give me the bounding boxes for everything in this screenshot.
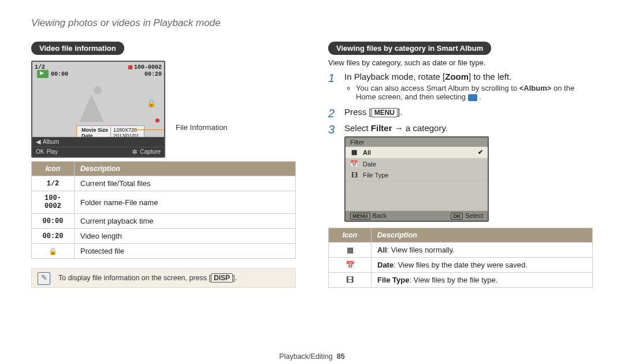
th-icon: Icon — [329, 228, 372, 243]
lock-icon: 🔒 — [147, 99, 156, 107]
album-icon — [468, 94, 477, 101]
section-heading-video-file-info: Video file information — [31, 42, 124, 55]
filter-row-all: ▦ All ✔ — [346, 147, 488, 158]
note-box: To display file information on the scree… — [31, 268, 296, 288]
table-row: 📅Date: View files by the date they were … — [329, 258, 593, 273]
lcd-album-label: Album — [43, 139, 59, 145]
callout-line — [133, 129, 165, 130]
lcd-total: 00:20 — [144, 71, 162, 77]
page-footer: Playback/Editing 85 — [0, 352, 624, 361]
ok-key-icon: OK — [451, 213, 463, 220]
section-heading-smart-album: Viewing files by category in Smart Album — [328, 42, 491, 55]
filter-row-date: 📅 Date — [346, 158, 488, 170]
menu-key-icon: MENU — [350, 213, 370, 220]
left-column: Video file information 1/2 100-0002 00:0… — [31, 42, 296, 288]
disp-key: DISP — [211, 273, 233, 283]
lcd-play-label: Play — [46, 148, 57, 155]
filter-row-filetype: 🎞 File Type — [346, 170, 488, 181]
file-information-callout: File Information — [176, 123, 228, 132]
lock-icon: 🔒 — [32, 244, 75, 259]
step-2: Press [MENU]. — [328, 107, 593, 117]
table-row: ▦All: View files normally. — [329, 243, 593, 258]
intro-text: View files by category, such as date or … — [328, 58, 593, 67]
filter-title: Filter — [346, 138, 488, 147]
table-row: 🎞File Type: View files by the file type. — [329, 273, 593, 288]
lcd-capture-label: Capture — [140, 148, 161, 155]
icon-description-table-left: Icon Description 1/2Current file/Total f… — [31, 161, 296, 259]
right-column: Viewing files by category in Smart Album… — [328, 42, 593, 288]
table-row: 1/2Current file/Total files — [32, 176, 296, 191]
date-icon: 📅 — [329, 258, 372, 273]
date-icon: 📅 — [350, 160, 358, 168]
check-icon: ✔ — [478, 148, 483, 156]
table-row: 100-0002Folder name-File name — [32, 191, 296, 214]
lcd-elapsed: 00:00 — [51, 71, 68, 77]
table-row: 🔒Protected file — [32, 244, 296, 259]
menu-key: MENU — [372, 108, 398, 117]
step-3: Select Filter → a category. Filter ▦ All… — [328, 123, 593, 222]
all-icon: ▦ — [350, 148, 358, 156]
filetype-icon: 🎞 — [329, 273, 372, 288]
step-1-sub: You can also access Smart Album by scrol… — [356, 84, 593, 101]
lcd-filename: 100-0002 — [128, 64, 162, 70]
all-icon: ▦ — [329, 243, 372, 258]
rec-dot-icon — [155, 118, 159, 122]
ok-key-icon: OK — [36, 148, 44, 155]
table-row: 00:00Current playback time — [32, 214, 296, 229]
page-title: Viewing photos or videos in Playback mod… — [31, 17, 593, 29]
skater-silhouette — [73, 86, 107, 127]
th-icon: Icon — [32, 162, 75, 176]
filetype-icon: 🎞 — [350, 172, 358, 179]
camera-lcd-mock: 1/2 100-0002 00:00 00:20 🔒 Movie Size128… — [31, 61, 165, 158]
table-row: 00:20Video length — [32, 229, 296, 244]
th-description: Description — [372, 228, 593, 243]
th-description: Description — [75, 162, 296, 176]
icon-description-table-right: Icon Description ▦All: View files normal… — [328, 228, 593, 288]
filter-menu-mock: Filter ▦ All ✔ 📅 Date 🎞 File Type — [344, 136, 489, 222]
step-1: In Playback mode, rotate [Zoom] to the l… — [328, 72, 593, 101]
